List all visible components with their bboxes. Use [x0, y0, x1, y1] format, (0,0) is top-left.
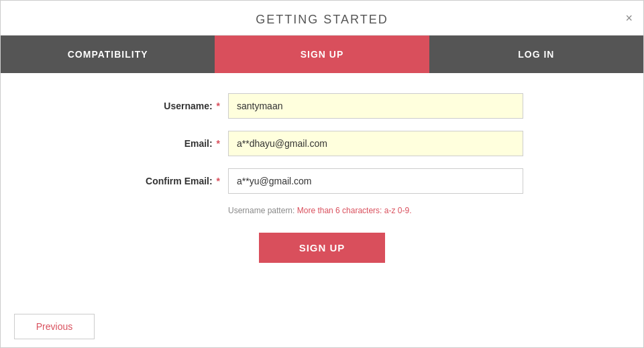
form-body: Username: * Email: * Confirm Email: * Us…: [1, 73, 643, 306]
username-input[interactable]: [228, 93, 523, 119]
username-required: *: [217, 101, 220, 111]
confirm-email-input[interactable]: [228, 168, 523, 194]
tab-bar: COMPATIBILITY SIGN UP LOG IN: [1, 36, 643, 73]
tab-signup[interactable]: SIGN UP: [215, 36, 429, 73]
username-group: Username: *: [121, 93, 523, 119]
signup-button[interactable]: SIGN UP: [259, 233, 386, 263]
tab-compatibility[interactable]: COMPATIBILITY: [1, 36, 215, 73]
username-label: Username: *: [121, 101, 228, 111]
modal-footer: Previous: [1, 306, 643, 347]
previous-button[interactable]: Previous: [14, 314, 95, 339]
hint-text: Username pattern: More than 6 characters…: [121, 206, 523, 215]
modal: GETTING STARTED × COMPATIBILITY SIGN UP …: [0, 0, 644, 348]
confirm-email-group: Confirm Email: *: [121, 168, 523, 194]
email-label: Email: *: [121, 138, 228, 149]
email-input[interactable]: [228, 131, 523, 156]
confirm-email-label: Confirm Email: *: [121, 176, 228, 186]
modal-title: GETTING STARTED: [256, 13, 388, 26]
confirm-email-required: *: [217, 176, 220, 186]
close-button[interactable]: ×: [625, 12, 633, 24]
hint-highlight: More than 6 characters: a-z 0-9.: [297, 206, 412, 215]
tab-login[interactable]: LOG IN: [429, 36, 643, 73]
email-group: Email: *: [121, 131, 523, 156]
modal-header: GETTING STARTED ×: [1, 1, 643, 36]
email-required: *: [217, 138, 220, 149]
